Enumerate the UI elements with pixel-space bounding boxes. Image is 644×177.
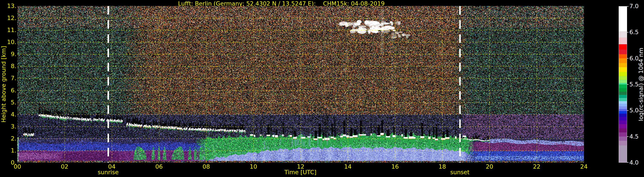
x-tick-label: 06 [149,164,169,169]
sunset-annotation: sunset [428,169,492,175]
y-tick-label: 2. [0,135,16,142]
y-tick-label: 6. [0,87,16,94]
y-tick-label: 3. [0,123,16,130]
y-tick-label: 1. [0,147,16,154]
x-tick-label: 04 [102,164,122,169]
x-tick-label: 00 [8,164,27,169]
y-tick-label: 11. [0,27,16,34]
x-tick-label: 20 [480,164,499,169]
ceilometer-quicklook: Lufft: Berlin (Germany; 52.4302 N / 13.5… [0,0,644,177]
x-tick-label: 14 [338,164,358,169]
x-tick-label: 10 [244,164,263,169]
sunrise-annotation: sunrise [76,169,140,175]
x-tick-label: 02 [55,164,74,169]
y-tick-label: 13. [0,3,16,10]
y-tick-label: 12. [0,15,16,22]
ceilometer-heatmap-canvas [18,6,584,163]
x-tick-label: 22 [527,164,546,169]
y-tick-label: 4. [0,111,16,118]
colorbar-tick-label: 4.5 [630,133,644,140]
x-axis-label: Time [UTC] [268,169,332,175]
y-tick-label: 5. [0,99,16,106]
colorbar-tick-label: 4.0 [630,159,644,166]
y-tick-label: 10. [0,39,16,46]
colorbar-tick-label: 6.0 [630,55,644,62]
x-tick-label: 12 [291,164,310,169]
colorbar-tick-label: 5.5 [630,81,644,88]
colorbar-canvas [619,6,628,163]
x-tick-label: 16 [386,164,405,169]
x-tick-label: 24 [574,164,594,169]
y-tick-label: 8. [0,63,16,70]
x-tick-label: 18 [432,164,452,169]
colorbar-tick-label: 7.0 [630,3,644,10]
y-tick-label: 9. [0,51,16,58]
colorbar-tick-label: 5.0 [630,107,644,114]
x-tick-label: 08 [196,164,216,169]
colorbar-tick-label: 6.5 [630,29,644,36]
y-tick-label: 7. [0,75,16,82]
